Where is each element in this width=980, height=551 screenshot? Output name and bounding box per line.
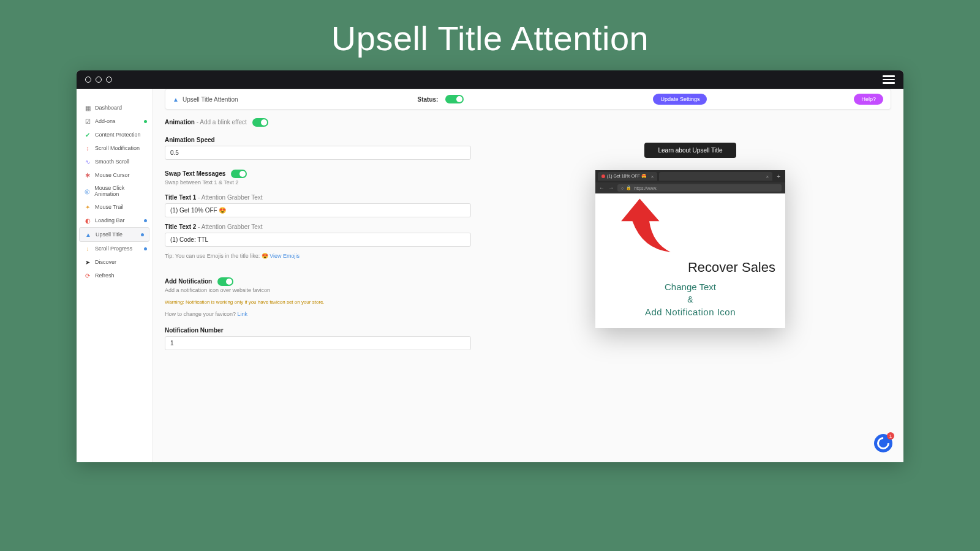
info-icon: ○ <box>621 186 624 190</box>
tab-close-icon[interactable]: × <box>766 174 769 179</box>
title2-sub: - Attention Grabber Text <box>196 223 262 230</box>
app-window: ▦Dashboard ☑Add-ons ✔Content Protection … <box>77 70 903 462</box>
title1-input[interactable] <box>165 203 471 217</box>
address-text: https://www. <box>634 186 657 190</box>
preview-card: (1) Get 10% OFF 😍 × × + ← → ○ 🔒 <box>595 170 785 328</box>
browser-body: Recover Sales Change Text & Add Notifica… <box>595 193 785 328</box>
sidebar-item-scroll-modification[interactable]: ↕Scroll Modification <box>77 141 152 155</box>
traffic-dot[interactable] <box>96 77 102 83</box>
back-icon[interactable]: ← <box>599 185 605 191</box>
forward-icon[interactable]: → <box>608 185 614 191</box>
arrow-icon <box>609 196 676 263</box>
status-label: Status: <box>418 96 439 103</box>
tab-title: (1) Get 10% OFF 😍 <box>607 174 647 179</box>
sidebar-item-mouse-click-animation[interactable]: ◎Mouse Click Animation <box>77 182 152 200</box>
sidebar-item-smooth-scroll[interactable]: ∿Smooth Scroll <box>77 155 152 168</box>
favicon-question: How to change your favicon? <box>165 311 238 317</box>
sidebar-item-loading-bar[interactable]: ◐Loading Bar <box>77 214 152 227</box>
title1-sub: - Attention Grabber Text <box>196 194 262 201</box>
sidebar: ▦Dashboard ☑Add-ons ✔Content Protection … <box>77 89 153 462</box>
swap-label: Swap Text Messages <box>165 170 225 177</box>
titlebar <box>77 70 903 89</box>
new-tab-icon[interactable]: + <box>774 173 783 180</box>
traffic-lights <box>85 77 112 83</box>
change-text: Change Text <box>604 282 777 292</box>
animation-sublabel: - Add a blink effect <box>195 119 247 126</box>
lock-icon: 🔒 <box>626 186 631 190</box>
sidebar-item-dashboard[interactable]: ▦Dashboard <box>77 101 152 114</box>
speed-input[interactable] <box>165 146 471 160</box>
animation-label: Animation <box>165 119 195 126</box>
form-column: Animation - Add a blink effect Animation… <box>165 118 471 356</box>
notif-desc: Add a notification icon over website fav… <box>165 287 471 293</box>
notif-num-label: Notification Number <box>165 327 471 334</box>
title2-input[interactable] <box>165 233 471 247</box>
status-toggle[interactable] <box>445 95 464 103</box>
speed-label: Animation Speed <box>165 137 471 143</box>
sidebar-item-mouse-cursor[interactable]: ✱Mouse Cursor <box>77 168 152 182</box>
view-emojis-link[interactable]: View Emojis <box>270 253 300 259</box>
swap-desc: Swap between Text 1 & Text 2 <box>165 179 471 186</box>
chat-badge: 1 <box>887 432 894 440</box>
chat-widget[interactable]: 1 <box>874 434 892 452</box>
traffic-dot[interactable] <box>85 77 91 83</box>
sidebar-item-mouse-trail[interactable]: ✦Mouse Trail <box>77 200 152 214</box>
learn-button[interactable]: Learn about Upsell Title <box>644 143 736 158</box>
browser-addressbar: ← → ○ 🔒 https://www. <box>595 182 785 193</box>
help-button[interactable]: Help? <box>854 94 883 105</box>
page-title: Upsell Title Attention <box>183 96 238 103</box>
title2-label: Title Text 2 <box>165 223 196 230</box>
update-settings-button[interactable]: Update Settings <box>653 94 707 105</box>
traffic-dot[interactable] <box>106 77 112 83</box>
animation-toggle[interactable] <box>252 118 268 127</box>
notif-warning: Warning: Notification is working only if… <box>165 299 471 305</box>
triangle-icon: ▲ <box>173 96 179 103</box>
sidebar-item-refresh[interactable]: ⟳Refresh <box>77 269 152 282</box>
favicon-link[interactable]: Link <box>238 311 248 317</box>
sidebar-item-scroll-progress[interactable]: ↓Scroll Progress <box>77 242 152 255</box>
sidebar-item-content-protection[interactable]: ✔Content Protection <box>77 128 152 141</box>
browser-tab-blank[interactable]: × <box>659 172 772 181</box>
sidebar-item-upsell-title[interactable]: ▲Upsell Title <box>79 227 149 242</box>
hero-title: Upsell Title Attention <box>0 0 980 70</box>
swap-toggle[interactable] <box>231 170 247 178</box>
preview-column: Learn about Upsell Title (1) Get 10% OFF… <box>489 118 891 356</box>
notif-label: Add Notification <box>165 278 212 285</box>
ampersand-text: & <box>604 294 777 304</box>
topbar: ▲ Upsell Title Attention Status: Update … <box>165 89 891 110</box>
notif-toggle[interactable] <box>217 277 233 286</box>
favicon-badge-icon <box>601 174 605 178</box>
browser-tab-active[interactable]: (1) Get 10% OFF 😍 × <box>598 172 657 181</box>
sidebar-item-addons[interactable]: ☑Add-ons <box>77 114 152 128</box>
notif-num-input[interactable] <box>165 336 471 350</box>
hamburger-icon[interactable] <box>883 75 895 84</box>
add-notification-text: Add Notification Icon <box>604 307 777 317</box>
tab-close-icon[interactable]: × <box>651 174 654 179</box>
browser-tabs: (1) Get 10% OFF 😍 × × + <box>595 170 785 182</box>
address-input[interactable]: ○ 🔒 https://www. <box>617 184 782 192</box>
sidebar-item-discover[interactable]: ➤Discover <box>77 255 152 269</box>
title1-label: Title Text 1 <box>165 194 196 201</box>
tip-text: Tip: You can use Emojis in the title lik… <box>165 253 270 259</box>
